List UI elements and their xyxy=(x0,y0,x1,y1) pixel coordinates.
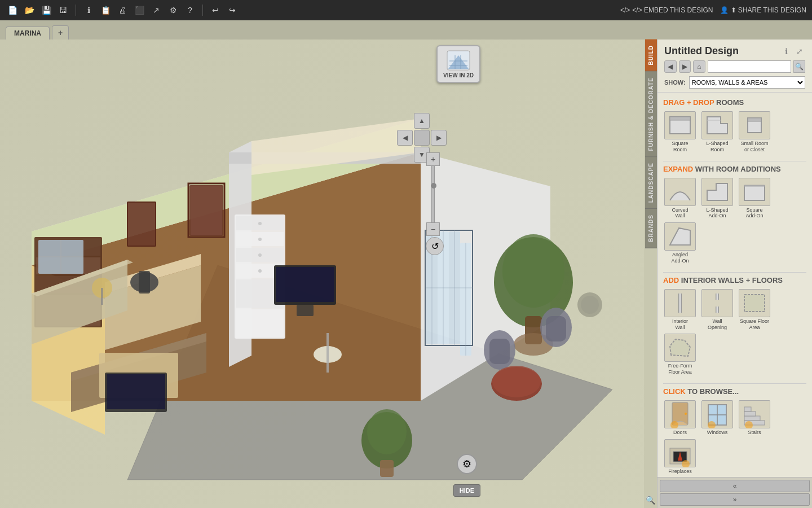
zoom-controls: + − xyxy=(426,152,440,236)
wall-opening-label: WallOpening xyxy=(708,318,727,331)
show-select[interactable]: ROOMS, WALLS & AREAS xyxy=(689,76,805,89)
curved-wall-icon xyxy=(664,178,696,206)
fireplaces-icon-container xyxy=(664,439,696,467)
wall-opening-item[interactable]: WallOpening xyxy=(700,289,734,331)
nav-right-button[interactable]: ▶ xyxy=(431,130,447,146)
panel-back-button[interactable]: ◀ xyxy=(664,60,677,73)
interior-wall-item[interactable]: InteriorWall xyxy=(663,289,697,331)
svg-rect-50 xyxy=(107,374,165,409)
share2-icon[interactable]: ↗ xyxy=(149,3,163,17)
l-shaped-room-item[interactable]: L-ShapedRoom xyxy=(700,111,734,153)
doors-item[interactable]: Doors xyxy=(663,400,697,436)
doors-icon-container xyxy=(664,400,696,428)
l-addon-item[interactable]: L-ShapedAdd-On xyxy=(700,178,734,220)
tab-furnish-decorate[interactable]: FURNISH & DECORATE xyxy=(645,72,657,157)
square-floor-label: Square FloorArea xyxy=(740,318,769,331)
panel-home-button[interactable]: ⌂ xyxy=(693,60,705,73)
help-icon[interactable]: ? xyxy=(183,3,197,17)
panel-forward-button[interactable]: ▶ xyxy=(679,60,691,73)
stairs-label: Stairs xyxy=(748,430,761,436)
svg-rect-110 xyxy=(744,416,760,421)
curved-wall-item[interactable]: CurvedWall xyxy=(663,178,697,220)
open-file-icon[interactable]: 📂 xyxy=(23,3,36,17)
zoom-out-button[interactable]: − xyxy=(426,222,440,236)
nav-up-button[interactable]: ▲ xyxy=(414,113,430,129)
square-room-item[interactable]: SquareRoom xyxy=(663,111,697,153)
share-button[interactable]: 👤 ⬆ SHARE THIS DESIGN xyxy=(720,6,806,14)
svg-marker-93 xyxy=(670,228,690,245)
svg-point-58 xyxy=(367,409,407,454)
panel-search-input[interactable] xyxy=(708,60,791,73)
save-icon[interactable]: 💾 xyxy=(39,3,53,17)
square-floor-icon xyxy=(739,289,770,317)
windows-item[interactable]: Windows xyxy=(700,400,734,436)
svg-point-54 xyxy=(502,234,564,308)
section-interior-title: ADD INTERIOR WALLS + FLOORS xyxy=(663,276,806,284)
panel-header-top: Untitled Design ℹ ⤢ xyxy=(664,45,805,57)
interior-walls-grid: InteriorWall WallOpening xyxy=(663,289,806,375)
hide-button[interactable]: HIDE xyxy=(453,484,480,497)
save-as-icon[interactable]: 🖫 xyxy=(56,3,70,17)
l-shaped-room-icon xyxy=(701,111,733,139)
embed-button[interactable]: </> </> EMBED THIS DESIGN xyxy=(620,6,713,14)
square-floor-item[interactable]: Square FloorArea xyxy=(738,289,771,331)
view-2d-button[interactable]: VIEW IN 2D xyxy=(436,45,480,83)
doors-label: Doors xyxy=(673,430,687,436)
zoom-track[interactable] xyxy=(431,166,435,222)
hide-label: HIDE xyxy=(460,487,474,494)
panel-info-icon[interactable]: ℹ xyxy=(780,46,792,57)
svg-rect-89 xyxy=(748,118,761,121)
fireplaces-item[interactable]: Fireplaces xyxy=(663,439,697,475)
view-2d-icon xyxy=(446,50,471,71)
svg-rect-45 xyxy=(297,305,314,316)
svg-point-103 xyxy=(685,413,687,415)
freeform-floor-item[interactable]: Free-FormFloor Area xyxy=(663,334,697,375)
svg-rect-14 xyxy=(127,202,156,246)
print-icon[interactable]: 🖨 xyxy=(116,3,129,17)
svg-point-40 xyxy=(258,238,262,241)
tab-marina[interactable]: MARINA xyxy=(6,27,50,40)
new-file-icon[interactable]: 📄 xyxy=(6,3,19,17)
tab-add[interactable]: + xyxy=(52,25,69,40)
svg-point-77 xyxy=(581,296,599,314)
stairs-item[interactable]: Stairs xyxy=(738,400,771,436)
svg-rect-91 xyxy=(744,186,765,200)
tab-build[interactable]: BUILD xyxy=(645,40,657,72)
tab-landscape[interactable]: LANDSCAPE xyxy=(645,157,657,209)
info-icon[interactable]: ℹ xyxy=(82,3,95,17)
section-expand-title: EXPAND WITH ROOM ADDITIONS xyxy=(663,165,806,173)
nav-up-row: ▲ xyxy=(414,113,430,129)
export-icon[interactable]: ⬛ xyxy=(133,3,146,17)
small-room-item[interactable]: Small Roomor Closet xyxy=(738,111,771,153)
zoom-in-button[interactable]: + xyxy=(426,152,440,166)
rotate-button[interactable]: ↺ xyxy=(426,237,444,255)
main-area: VIEW IN 2D ▲ ◀ ▶ ▼ + − ↺ xyxy=(0,40,812,508)
section-highlight-2: EXPAND xyxy=(663,165,693,173)
svg-rect-12 xyxy=(191,186,222,235)
angled-addon-label: AngledAdd-On xyxy=(671,252,689,264)
tab-brands[interactable]: BRANDS xyxy=(645,209,657,248)
square-addon-item[interactable]: SquareAdd-On xyxy=(738,178,771,220)
canvas-area[interactable]: VIEW IN 2D ▲ ◀ ▶ ▼ + − ↺ xyxy=(0,40,644,508)
right-panel-area: BUILD FURNISH & DECORATE LANDSCAPE BRAND… xyxy=(644,40,812,508)
settings-overlay-button[interactable]: ⚙ xyxy=(457,454,477,474)
redo-icon[interactable]: ↪ xyxy=(226,3,239,17)
undo-icon[interactable]: ↩ xyxy=(209,3,222,17)
collapse-up-button[interactable]: « xyxy=(660,480,810,492)
freeform-floor-icon xyxy=(664,334,696,362)
view-2d-label: VIEW IN 2D xyxy=(443,72,474,78)
settings-icon[interactable]: ⚙ xyxy=(166,3,180,17)
panel-expand-icon[interactable]: ⤢ xyxy=(794,46,805,57)
svg-point-42 xyxy=(258,269,262,273)
panel-content: DRAG + DROP ROOMS SquareRoom xyxy=(657,93,812,477)
angled-addon-item[interactable]: AngledAdd-On xyxy=(663,222,697,264)
collapse-down-button[interactable]: » xyxy=(660,493,810,506)
svg-rect-111 xyxy=(744,411,756,416)
browse-grid: Doors Windows xyxy=(663,400,806,475)
nav-left-button[interactable]: ◀ xyxy=(397,130,413,146)
panel-search-button[interactable]: 🔍 xyxy=(793,60,806,73)
notes-icon[interactable]: 📋 xyxy=(99,3,112,17)
panel-title: Untitled Design xyxy=(664,45,739,57)
interior-wall-label: InteriorWall xyxy=(672,318,688,331)
search-side-icon[interactable]: 🔍 xyxy=(644,492,657,508)
